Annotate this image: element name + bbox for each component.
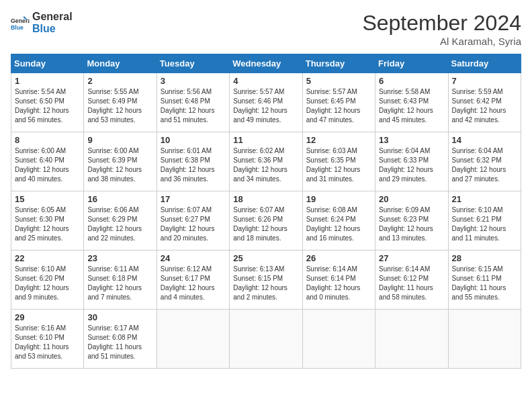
svg-text:Blue: Blue [11, 24, 24, 30]
table-row: 10Sunrise: 6:01 AMSunset: 6:38 PMDayligh… [157, 132, 229, 191]
table-row: 20Sunrise: 6:09 AMSunset: 6:23 PMDayligh… [375, 191, 448, 250]
col-tuesday: Tuesday [157, 54, 229, 73]
week-row-1: 8Sunrise: 6:00 AMSunset: 6:40 PMDaylight… [11, 132, 521, 191]
table-row [230, 310, 302, 369]
logo-general: General [32, 11, 73, 23]
month-title: September 2024 [362, 11, 521, 36]
page-header: General Blue General Blue September 2024… [11, 11, 521, 47]
table-row: 14Sunrise: 6:04 AMSunset: 6:32 PMDayligh… [448, 132, 521, 191]
calendar-table: Sunday Monday Tuesday Wednesday Thursday… [11, 54, 521, 369]
table-row: 12Sunrise: 6:03 AMSunset: 6:35 PMDayligh… [302, 132, 375, 191]
table-row: 4Sunrise: 5:57 AMSunset: 6:46 PMDaylight… [230, 73, 302, 132]
table-row [302, 310, 375, 369]
col-thursday: Thursday [302, 54, 375, 73]
location: Al Karamah, Syria [362, 36, 521, 47]
week-row-0: 1Sunrise: 5:54 AMSunset: 6:50 PMDaylight… [11, 73, 521, 132]
table-row: 13Sunrise: 6:04 AMSunset: 6:33 PMDayligh… [375, 132, 448, 191]
table-row: 3Sunrise: 5:56 AMSunset: 6:48 PMDaylight… [157, 73, 229, 132]
logo: General Blue General Blue [11, 11, 73, 34]
table-row: 5Sunrise: 5:57 AMSunset: 6:45 PMDaylight… [302, 73, 375, 132]
table-row: 28Sunrise: 6:15 AMSunset: 6:11 PMDayligh… [448, 250, 521, 310]
col-sunday: Sunday [11, 54, 84, 73]
table-row: 9Sunrise: 6:00 AMSunset: 6:39 PMDaylight… [84, 132, 157, 191]
col-monday: Monday [84, 54, 157, 73]
logo-icon: General Blue [11, 13, 30, 32]
table-row [375, 310, 448, 369]
table-row: 7Sunrise: 5:59 AMSunset: 6:42 PMDaylight… [448, 73, 521, 132]
week-row-3: 22Sunrise: 6:10 AMSunset: 6:20 PMDayligh… [11, 250, 521, 310]
week-row-2: 15Sunrise: 6:05 AMSunset: 6:30 PMDayligh… [11, 191, 521, 250]
table-row: 21Sunrise: 6:10 AMSunset: 6:21 PMDayligh… [448, 191, 521, 250]
col-friday: Friday [375, 54, 448, 73]
logo-blue: Blue [32, 23, 73, 35]
title-block: September 2024 Al Karamah, Syria [362, 11, 521, 47]
table-row: 19Sunrise: 6:08 AMSunset: 6:24 PMDayligh… [302, 191, 375, 250]
table-row: 17Sunrise: 6:07 AMSunset: 6:27 PMDayligh… [157, 191, 229, 250]
col-saturday: Saturday [448, 54, 521, 73]
header-row: Sunday Monday Tuesday Wednesday Thursday… [11, 54, 521, 73]
col-wednesday: Wednesday [230, 54, 302, 73]
table-row: 25Sunrise: 6:13 AMSunset: 6:15 PMDayligh… [230, 250, 302, 310]
week-row-4: 29Sunrise: 6:16 AMSunset: 6:10 PMDayligh… [11, 310, 521, 369]
table-row: 1Sunrise: 5:54 AMSunset: 6:50 PMDaylight… [11, 73, 84, 132]
table-row [448, 310, 521, 369]
table-row [157, 310, 229, 369]
table-row: 24Sunrise: 6:12 AMSunset: 6:17 PMDayligh… [157, 250, 229, 310]
table-row: 26Sunrise: 6:14 AMSunset: 6:14 PMDayligh… [302, 250, 375, 310]
table-row: 23Sunrise: 6:11 AMSunset: 6:18 PMDayligh… [84, 250, 157, 310]
table-row: 18Sunrise: 6:07 AMSunset: 6:26 PMDayligh… [230, 191, 302, 250]
table-row: 11Sunrise: 6:02 AMSunset: 6:36 PMDayligh… [230, 132, 302, 191]
table-row: 2Sunrise: 5:55 AMSunset: 6:49 PMDaylight… [84, 73, 157, 132]
table-row: 16Sunrise: 6:06 AMSunset: 6:29 PMDayligh… [84, 191, 157, 250]
svg-text:General: General [11, 17, 30, 24]
table-row: 22Sunrise: 6:10 AMSunset: 6:20 PMDayligh… [11, 250, 84, 310]
table-row: 30Sunrise: 6:17 AMSunset: 6:08 PMDayligh… [84, 310, 157, 369]
table-row: 6Sunrise: 5:58 AMSunset: 6:43 PMDaylight… [375, 73, 448, 132]
table-row: 15Sunrise: 6:05 AMSunset: 6:30 PMDayligh… [11, 191, 84, 250]
table-row: 8Sunrise: 6:00 AMSunset: 6:40 PMDaylight… [11, 132, 84, 191]
table-row: 29Sunrise: 6:16 AMSunset: 6:10 PMDayligh… [11, 310, 84, 369]
table-row: 27Sunrise: 6:14 AMSunset: 6:12 PMDayligh… [375, 250, 448, 310]
